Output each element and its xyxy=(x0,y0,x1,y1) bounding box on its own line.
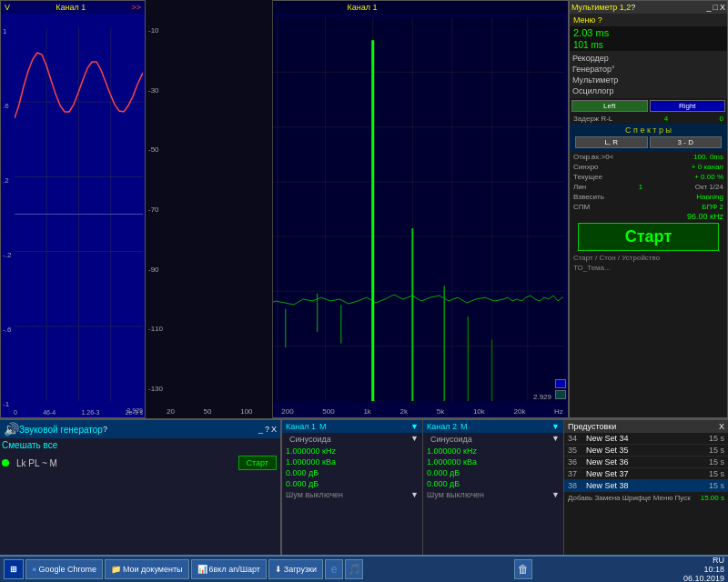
ch1-amp: 1.000000 кBa xyxy=(286,457,336,467)
ch1-expand-icon[interactable]: ▼ xyxy=(410,422,419,431)
taskbar-app-chrome[interactable]: ● Google Chrome xyxy=(25,559,103,579)
start-button[interactable]: ⊞ xyxy=(4,559,24,579)
left-button[interactable]: Left xyxy=(571,100,648,112)
time-display-2: 101 ms xyxy=(570,39,727,51)
lr-spectra-btn[interactable]: L, R xyxy=(575,136,648,148)
presets-panel: Предустовки X 34 New Set 34 15 s 35 New … xyxy=(564,420,728,555)
osc-y-label-n06: -.6 xyxy=(3,326,11,334)
preset-item-38[interactable]: 38 New Set 38 15 s xyxy=(564,480,728,492)
osc-markers: >> xyxy=(131,3,141,12)
freq-label-20: 20 xyxy=(167,407,175,416)
lin-oct-row: Лин 1 Окт 1/24 xyxy=(570,182,727,192)
ch2-val1: 0.000 дБ xyxy=(427,468,460,477)
ch2-amp-row: 1.000000 кBa xyxy=(423,457,563,467)
db-label-130: -130 xyxy=(148,385,163,393)
ch1-mode: M xyxy=(319,422,327,431)
close-icon[interactable]: X xyxy=(720,3,725,12)
taskbar-app-6bkl[interactable]: 📊 6вкл an/Шарт xyxy=(191,559,267,579)
osc-channel-title: Канал 1 xyxy=(56,3,86,12)
sound-gen-title-bar: 🔊 Звуковой генератор ? _ ? X xyxy=(0,420,280,438)
sg-close-icon[interactable]: X xyxy=(271,425,277,434)
osc-x-label-3: 2e-3 s xyxy=(126,409,143,416)
freq-label-10k: 10k xyxy=(473,407,485,416)
taskbar-clock: RU 10:18 06.10.2019 xyxy=(683,556,724,582)
taskbar-lang: RU xyxy=(683,556,724,565)
taskbar-app-download[interactable]: ⬇ Загрузки xyxy=(268,559,323,579)
ch1-val1-row: 0.000 дБ xyxy=(282,467,422,478)
oscilloscope-btn[interactable]: Осциллогр xyxy=(571,85,725,96)
folder-icon: 📁 xyxy=(111,565,121,574)
preset-item-37[interactable]: 37 New Set 37 15 s xyxy=(564,468,728,480)
taskbar-time: 10:18 xyxy=(683,565,724,574)
sg-start-button[interactable]: Старт xyxy=(238,456,277,470)
lr-buttons: Left Right xyxy=(570,98,727,114)
multimeter-title: Мультиметр 1,2 xyxy=(571,3,631,12)
sound-gen-mode-row: Lk PL ~ M Старт xyxy=(0,452,280,474)
box-blue xyxy=(555,379,566,388)
ch1-title-bar: Канал 1 M ▼ xyxy=(282,420,422,433)
ch2-mode: M xyxy=(460,422,468,431)
ch1-val2-row: 0.000 дБ xyxy=(282,478,422,489)
ch2-title-bar: Канал 2 M ▼ xyxy=(423,420,563,433)
taskbar-trash[interactable]: 🗑 xyxy=(514,559,532,579)
freq-label-5k: 5k xyxy=(437,407,444,416)
generator-btn[interactable]: Генератор° xyxy=(571,64,725,75)
multimeter-btn[interactable]: Мультиметр xyxy=(571,75,725,85)
color-boxes xyxy=(555,379,566,399)
osc-title-bar: V Канал 1 >> xyxy=(1,1,145,14)
ch1-noise-btn[interactable]: ▼ xyxy=(410,490,419,499)
right-button[interactable]: Right xyxy=(650,100,726,112)
restore-icon[interactable]: □ xyxy=(713,3,718,12)
menu-button[interactable]: Меню ? xyxy=(570,14,727,26)
to-tema-label: ТО_Тема... xyxy=(570,263,727,273)
ch2-noise-btn[interactable]: ▼ xyxy=(551,490,560,499)
db-label-90: -90 xyxy=(148,266,163,274)
osc-y-label-n1: -1 xyxy=(3,400,11,408)
preset-item-36[interactable]: 36 New Set 36 15 s xyxy=(564,457,728,468)
sg-question-icon[interactable]: ? xyxy=(265,425,269,434)
bpf-freq: 96.00 кHz xyxy=(570,212,727,221)
db-label-10: -10 xyxy=(148,26,163,35)
ch1-freq: 1.000000 кHz xyxy=(286,447,336,456)
ch1-val1: 0.000 дБ xyxy=(286,468,318,477)
3d-spectra-btn[interactable]: 3 - D xyxy=(650,136,723,148)
start-big-button[interactable]: Старт xyxy=(578,223,720,251)
taskbar-app-ie[interactable]: e xyxy=(325,559,343,579)
ch1-noise: Шум выключен xyxy=(286,490,343,499)
current-row: Текущее + 0.00 % xyxy=(570,172,727,182)
freq-label-200: 200 xyxy=(281,407,293,416)
recorder-btn[interactable]: Рекордер xyxy=(571,53,725,64)
freq-label-1k: 1k xyxy=(363,407,370,416)
db-label-50: -50 xyxy=(148,146,163,154)
ch2-type-btn[interactable]: ▼ xyxy=(551,434,560,445)
ch2-val1-row: 0.000 дБ xyxy=(423,467,563,478)
spectra-section: С п е к т р ы L, R 3 - D xyxy=(570,124,727,152)
ch1-title: Канал 1 xyxy=(286,422,316,431)
ch2-expand-icon[interactable]: ▼ xyxy=(551,422,560,431)
taskbar-app-winamp[interactable]: 🎵 xyxy=(345,559,363,579)
db-label-70: -70 xyxy=(148,206,163,214)
dot-green xyxy=(2,458,9,468)
taskbar-app-folder[interactable]: 📁 Мои документы xyxy=(105,559,189,579)
db-label-110: -110 xyxy=(148,325,163,333)
ch1-type-btn[interactable]: ▼ xyxy=(410,434,419,445)
sound-gen-title: Звуковой генератор xyxy=(19,425,103,435)
ch2-noise: Шум выключен xyxy=(427,490,484,499)
freq-label-2k: 2k xyxy=(400,407,408,416)
preset-item-34[interactable]: 34 New Set 34 15 s xyxy=(564,433,728,445)
trash-icon: 🗑 xyxy=(518,563,529,576)
sound-gen-question: ? xyxy=(103,425,107,434)
osc-y-label-06: .6 xyxy=(3,102,11,110)
minimize-icon[interactable]: _ xyxy=(707,3,712,12)
selective-panel xyxy=(146,0,273,418)
preset-item-35[interactable]: 35 New Set 35 15 s xyxy=(564,445,728,457)
presets-close-icon[interactable]: X xyxy=(719,422,724,431)
sound-gen-icon: 🔊 xyxy=(4,422,19,436)
presets-footer: Добавь Замена Шрифце Меню Пуск 15.00 s xyxy=(564,492,728,504)
mode-label: Lk PL ~ M xyxy=(16,458,57,468)
ie-icon: e xyxy=(331,563,338,576)
delay-row: Задерж R-L 4 0 xyxy=(570,114,727,124)
osc-x-label-0: 0 xyxy=(14,409,17,416)
freq-label-100: 100 xyxy=(240,407,252,416)
sg-minimize-icon[interactable]: _ xyxy=(258,425,263,434)
